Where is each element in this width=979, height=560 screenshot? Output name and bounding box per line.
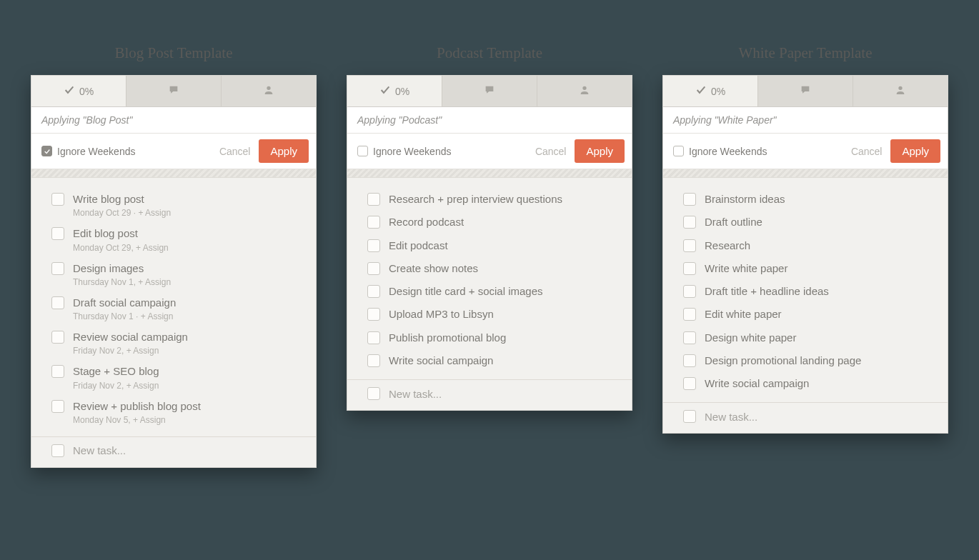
task-checkbox[interactable] <box>367 239 380 252</box>
task-checkbox[interactable] <box>683 216 696 229</box>
task-title[interactable]: Review + publish blog post <box>73 399 201 414</box>
task-item: Research + prep interview questions <box>347 188 632 211</box>
divider-hatch <box>31 169 316 178</box>
template-card: 0%Applying "White Paper"Ignore WeekendsC… <box>662 75 948 434</box>
task-checkbox[interactable] <box>51 262 64 275</box>
task-checkbox[interactable] <box>367 285 380 298</box>
task-title[interactable]: Draft social campaign <box>73 296 176 310</box>
tab-people[interactable] <box>537 76 632 106</box>
new-task-label[interactable]: New task... <box>389 388 442 400</box>
task-title[interactable]: Publish promotional blog <box>389 331 506 345</box>
task-checkbox[interactable] <box>367 331 380 344</box>
tab-people[interactable] <box>222 76 316 106</box>
task-checkbox[interactable] <box>683 308 696 321</box>
task-text: Publish promotional blog <box>389 331 506 345</box>
task-title[interactable]: Research + prep interview questions <box>389 192 562 206</box>
speech-icon <box>168 84 179 98</box>
task-checkbox[interactable] <box>51 365 64 378</box>
task-meta[interactable]: Monday Nov 5, + Assign <box>73 415 201 425</box>
tab-people[interactable] <box>853 76 948 106</box>
task-title[interactable]: Write social campaign <box>705 376 809 391</box>
task-title[interactable]: Stage + SEO blog <box>73 364 159 379</box>
task-title[interactable]: Draft title + headline ideas <box>705 284 829 299</box>
task-text: Upload MP3 to Libsyn <box>389 307 494 321</box>
task-title[interactable]: Design promotional landing page <box>705 354 861 368</box>
new-task-checkbox[interactable] <box>51 444 64 457</box>
task-meta[interactable]: Thursday Nov 1, + Assign <box>73 277 171 287</box>
tab-progress[interactable]: 0% <box>31 76 126 106</box>
task-title[interactable]: Upload MP3 to Libsyn <box>389 307 494 321</box>
task-item: Publish promotional blog <box>347 326 632 349</box>
tab-comments[interactable] <box>442 76 537 106</box>
task-meta[interactable]: Monday Oct 29 · + Assign <box>73 208 171 218</box>
task-checkbox[interactable] <box>51 296 64 309</box>
task-text: Edit white paper <box>705 307 782 321</box>
task-item: Write blog postMonday Oct 29 · + Assign <box>31 188 316 222</box>
task-checkbox[interactable] <box>51 331 64 344</box>
task-checkbox[interactable] <box>367 354 380 367</box>
task-item: Design white paper <box>663 326 948 349</box>
task-title[interactable]: Write social campaign <box>389 354 493 368</box>
task-title[interactable]: Edit blog post <box>73 226 169 241</box>
task-checkbox[interactable] <box>367 216 380 229</box>
new-task-label[interactable]: New task... <box>73 444 126 456</box>
task-checkbox[interactable] <box>51 400 64 413</box>
task-title[interactable]: Edit white paper <box>705 307 782 321</box>
new-task-row[interactable]: New task... <box>31 436 316 467</box>
task-checkbox[interactable] <box>367 262 380 275</box>
apply-button[interactable]: Apply <box>259 139 309 163</box>
task-title[interactable]: Design title card + social images <box>389 284 543 299</box>
cancel-button[interactable]: Cancel <box>535 146 567 157</box>
task-title[interactable]: Research <box>705 239 750 253</box>
task-checkbox[interactable] <box>367 193 380 206</box>
applying-label: Applying "Podcast" <box>347 107 632 134</box>
task-title[interactable]: Write white paper <box>705 261 787 276</box>
task-checkbox[interactable] <box>683 193 696 206</box>
ignore-weekends-checkbox[interactable] <box>357 146 368 156</box>
task-title[interactable]: Design images <box>73 261 171 276</box>
task-title[interactable]: Review social campaign <box>73 330 188 344</box>
cancel-button[interactable]: Cancel <box>219 146 251 157</box>
task-title[interactable]: Record podcast <box>389 215 464 229</box>
task-checkbox[interactable] <box>51 193 64 206</box>
new-task-checkbox[interactable] <box>683 410 696 423</box>
new-task-label[interactable]: New task... <box>705 411 757 423</box>
new-task-checkbox[interactable] <box>367 387 380 400</box>
task-checkbox[interactable] <box>367 308 380 321</box>
task-checkbox[interactable] <box>683 377 696 390</box>
task-meta[interactable]: Monday Oct 29, + Assign <box>73 243 169 253</box>
progress-value: 0% <box>711 86 725 97</box>
task-title[interactable]: Write blog post <box>73 192 171 206</box>
ignore-weekends-checkbox[interactable] <box>41 146 52 156</box>
task-title[interactable]: Edit podcast <box>389 239 448 253</box>
task-meta[interactable]: Thursday Nov 1 · + Assign <box>73 311 176 321</box>
task-item: Review + publish blog postMonday Nov 5, … <box>31 395 316 429</box>
task-title[interactable]: Create show notes <box>389 261 478 276</box>
task-meta[interactable]: Friday Nov 2, + Assign <box>73 381 159 391</box>
new-task-row[interactable]: New task... <box>347 379 632 410</box>
panel-title: Podcast Template <box>437 44 542 62</box>
apply-button[interactable]: Apply <box>890 139 940 163</box>
task-text: Write social campaign <box>389 354 493 368</box>
task-meta[interactable]: Friday Nov 2, + Assign <box>73 346 188 356</box>
apply-button[interactable]: Apply <box>575 139 625 163</box>
task-checkbox[interactable] <box>683 262 696 275</box>
ignore-weekends-label: Ignore Weekends <box>57 146 219 157</box>
new-task-row[interactable]: New task... <box>663 402 948 433</box>
ignore-weekends-checkbox[interactable] <box>673 146 684 156</box>
template-panel: Blog Post Template0%Applying "Blog Post"… <box>31 44 317 468</box>
tab-comments[interactable] <box>758 76 853 106</box>
tab-progress[interactable]: 0% <box>663 76 758 106</box>
task-checkbox[interactable] <box>683 354 696 367</box>
task-title[interactable]: Draft outline <box>705 215 762 229</box>
tab-progress[interactable]: 0% <box>347 76 442 106</box>
task-title[interactable]: Design white paper <box>705 331 796 345</box>
tab-comments[interactable] <box>126 76 222 106</box>
task-checkbox[interactable] <box>683 331 696 344</box>
task-checkbox[interactable] <box>683 239 696 252</box>
task-item: Research <box>663 234 948 257</box>
cancel-button[interactable]: Cancel <box>851 146 883 157</box>
task-checkbox[interactable] <box>683 285 696 298</box>
task-title[interactable]: Brainstorm ideas <box>705 192 785 206</box>
task-checkbox[interactable] <box>51 227 64 240</box>
